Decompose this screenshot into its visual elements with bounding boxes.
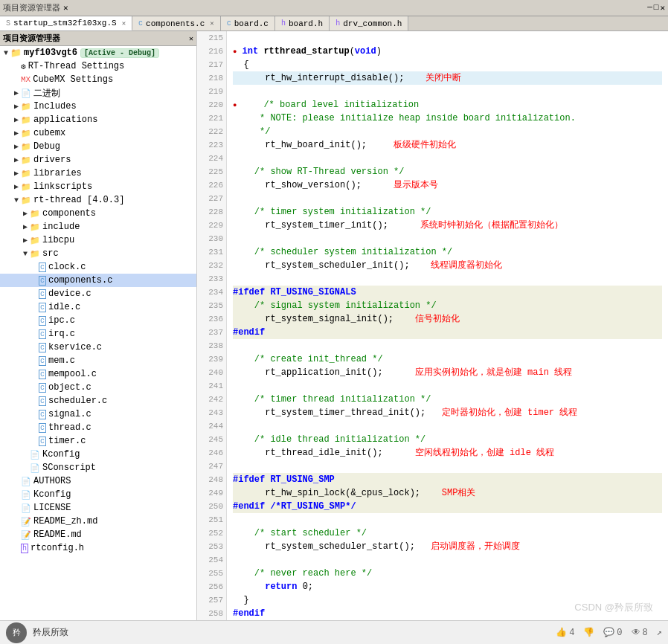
window-minimize[interactable]: ─ bbox=[647, 3, 652, 13]
like-icon: 👍 bbox=[556, 627, 567, 638]
sidebar-item-rt-libcpu[interactable]: ▶ 📁 libcpu bbox=[0, 234, 196, 247]
sidebar-item-device-c[interactable]: c device.c bbox=[0, 287, 196, 300]
sidebar-item-cubemx[interactable]: ▶ 📁 cubemx bbox=[0, 126, 196, 140]
sidebar-item-readme-zh[interactable]: 📝 README_zh.md bbox=[0, 515, 196, 528]
sidebar-header-close[interactable]: ✕ bbox=[189, 34, 193, 43]
icon-drivers: 📁 bbox=[21, 155, 31, 165]
tab-components[interactable]: c components.c ✕ bbox=[132, 16, 221, 30]
arrow-rt-src: ▼ bbox=[21, 250, 30, 258]
icon-scheduler: c bbox=[39, 396, 46, 406]
sidebar-item-authors[interactable]: 📄 AUTHORS bbox=[0, 474, 196, 488]
dislike-button[interactable]: 👎 bbox=[583, 627, 594, 638]
top-bar-close[interactable]: ✕ bbox=[63, 3, 68, 13]
label-kconfig-src: Kconfig bbox=[42, 449, 80, 460]
sidebar-item-license[interactable]: 📄 LICENSE bbox=[0, 501, 196, 515]
watermark: CSDN @矜辰所致 bbox=[574, 601, 653, 614]
label-applications: applications bbox=[33, 115, 97, 125]
sidebar-item-includes[interactable]: ▶ 📁 Includes bbox=[0, 100, 196, 113]
code-line-226: rt_show_version(); 显示版本号 bbox=[233, 178, 662, 192]
tab-components-close[interactable]: ✕ bbox=[210, 19, 213, 28]
tab-board-c[interactable]: c board.c bbox=[221, 16, 275, 30]
sidebar-item-readme[interactable]: 📝 README.md bbox=[0, 528, 196, 541]
sidebar-item-kservice-c[interactable]: c kservice.c bbox=[0, 341, 196, 354]
code-line-219 bbox=[233, 85, 662, 98]
sidebar-item-rt-components[interactable]: ▶ 📁 components bbox=[0, 207, 196, 220]
label-drivers: drivers bbox=[33, 155, 71, 165]
tab-board-h-icon: h bbox=[281, 19, 286, 28]
view-icon: 👁 bbox=[632, 627, 640, 638]
tab-drv-common-label: drv_common.h bbox=[343, 19, 402, 28]
code-line-231: /* scheduler system initialization */ bbox=[233, 245, 662, 259]
sidebar-item-mempool-c[interactable]: c mempool.c bbox=[0, 367, 196, 381]
sidebar-item-cubemx-settings[interactable]: MX CubeMX Settings bbox=[0, 73, 196, 86]
tab-startup-label: startup_stm32f103xg.S bbox=[13, 19, 117, 28]
sidebar-item-idle-c[interactable]: c idle.c bbox=[0, 300, 196, 314]
code-line-236: rt_system_signal_init(); 信号初始化 bbox=[233, 312, 662, 326]
sidebar-item-thread-c[interactable]: c thread.c bbox=[0, 421, 196, 434]
tab-board-c-label: board.c bbox=[234, 19, 269, 28]
bottom-bar: 矜 矜辰所致 👍 4 👎 💬 0 👁 8 ↗ bbox=[0, 620, 668, 644]
sidebar-item-clock-c[interactable]: c clock.c bbox=[0, 260, 196, 274]
like-button[interactable]: 👍 4 bbox=[556, 627, 574, 638]
sidebar-item-object-c[interactable]: c object.c bbox=[0, 381, 196, 394]
label-rt-src: src bbox=[42, 248, 59, 259]
sidebar-item-timer-c[interactable]: c timer.c bbox=[0, 434, 196, 448]
sidebar-item-components-c[interactable]: c components.c bbox=[0, 274, 196, 287]
label-libraries: libraries bbox=[33, 168, 82, 178]
arrow-drivers: ▶ bbox=[12, 155, 21, 164]
sidebar-item-libraries[interactable]: ▶ 📁 libraries bbox=[0, 167, 196, 180]
icon-rt-settings: ⚙ bbox=[21, 62, 26, 71]
tab-drv-common[interactable]: h drv_common.h bbox=[330, 16, 408, 30]
tab-startup[interactable]: S startup_stm32f103xg.S ✕ bbox=[0, 16, 132, 30]
sidebar-item-applications[interactable]: ▶ 📁 applications bbox=[0, 113, 196, 126]
sidebar-item-rt-settings[interactable]: ⚙ RT-Thread Settings bbox=[0, 59, 196, 73]
code-line-217: { bbox=[233, 58, 662, 71]
sidebar-item-ipc-c[interactable]: c ipc.c bbox=[0, 314, 196, 327]
sidebar-item-drivers[interactable]: ▶ 📁 drivers bbox=[0, 153, 196, 167]
sidebar-item-linkscripts[interactable]: ▶ 📁 linkscripts bbox=[0, 180, 196, 193]
code-line-216: ● int rtthread_startup(void) bbox=[233, 45, 662, 58]
code-line-242: /* timer thread initialization */ bbox=[233, 393, 662, 406]
sidebar-item-signal-c[interactable]: c signal.c bbox=[0, 408, 196, 421]
sidebar-header: 项目资源管理器 ✕ bbox=[0, 31, 196, 46]
icon-mempool: c bbox=[39, 370, 46, 379]
sidebar: 项目资源管理器 ✕ ▼ 📁 myf103vgt6 [Active - Debug… bbox=[0, 31, 197, 620]
share-button[interactable]: ↗ bbox=[657, 627, 662, 638]
window-maximize[interactable]: □ bbox=[654, 3, 659, 13]
tab-startup-close[interactable]: ✕ bbox=[122, 19, 126, 28]
label-rt-include: include bbox=[42, 222, 80, 232]
code-line-223: rt_hw_board_init(); 板级硬件初始化 bbox=[233, 138, 662, 152]
sidebar-item-binary[interactable]: ▶ 📄 二进制 bbox=[0, 86, 196, 100]
sidebar-item-rt-include[interactable]: ▶ 📁 include bbox=[0, 220, 196, 234]
sidebar-item-rt-src[interactable]: ▼ 📁 src bbox=[0, 247, 196, 260]
sidebar-item-kconfig[interactable]: 📄 Kconfig bbox=[0, 488, 196, 501]
arrow-root: ▼ bbox=[1, 49, 10, 57]
sidebar-item-kconfig-src[interactable]: 📄 Kconfig bbox=[0, 448, 196, 461]
label-scheduler: scheduler.c bbox=[48, 396, 107, 406]
code-line-235: /* signal system initialization */ bbox=[233, 299, 662, 312]
tab-board-h[interactable]: h board.h bbox=[275, 16, 330, 30]
window-close[interactable]: ✕ bbox=[660, 3, 665, 13]
icon-readme: 📝 bbox=[21, 530, 31, 540]
sidebar-item-debug[interactable]: ▶ 📁 Debug bbox=[0, 140, 196, 153]
code-line-254 bbox=[233, 553, 662, 567]
sidebar-item-mem-c[interactable]: c mem.c bbox=[0, 354, 196, 367]
sidebar-item-scheduler-c[interactable]: c scheduler.c bbox=[0, 394, 196, 408]
sidebar-item-irq-c[interactable]: c irq.c bbox=[0, 327, 196, 341]
code-line-229: rt_system_timer_init(); 系统时钟初始化（根据配置初始化） bbox=[233, 219, 662, 232]
arrow-linkscripts: ▶ bbox=[12, 182, 21, 191]
sidebar-item-root[interactable]: ▼ 📁 myf103vgt6 [Active - Debug] bbox=[0, 46, 196, 59]
tab-startup-icon: S bbox=[6, 19, 10, 28]
icon-irq: c bbox=[39, 329, 46, 339]
like-count: 4 bbox=[569, 628, 574, 638]
icon-kconfig: 📄 bbox=[21, 490, 31, 500]
sidebar-item-rtconfig-h[interactable]: h rtconfig.h bbox=[0, 541, 196, 555]
code-line-248: #ifdef RT_USING_SMP bbox=[233, 473, 662, 486]
code-line-224 bbox=[233, 152, 662, 165]
arrow-rt-include: ▶ bbox=[21, 222, 30, 231]
code-content[interactable]: 215 216 217 218 219 220 221 222 223 224 … bbox=[197, 31, 668, 620]
sidebar-item-rt-thread[interactable]: ▼ 📁 rt-thread [4.0.3] bbox=[0, 193, 196, 207]
comment-icon: 💬 bbox=[603, 627, 614, 638]
icon-sconscript: 📄 bbox=[30, 463, 40, 473]
sidebar-item-sconscript[interactable]: 📄 SConscript bbox=[0, 461, 196, 474]
